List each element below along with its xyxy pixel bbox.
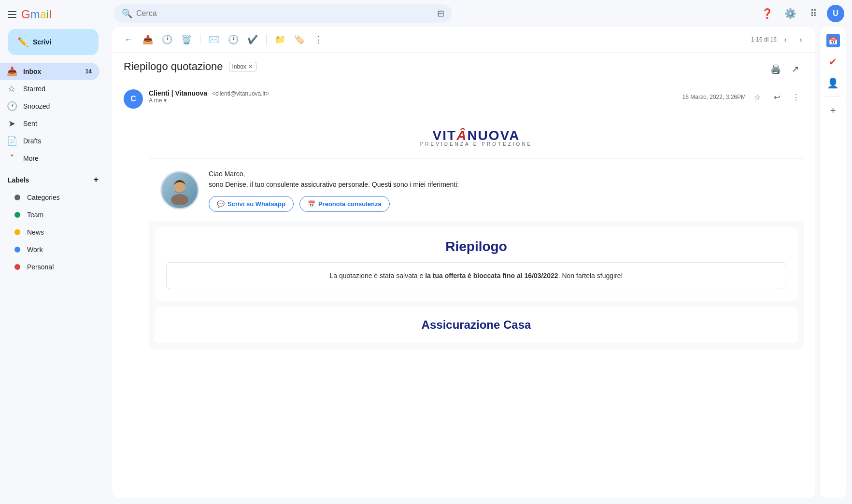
consultant-buttons: 💬 Scrivi su Whatsapp 📅 Preonota consulen… [209, 196, 792, 212]
add-label-icon[interactable]: + [93, 175, 99, 185]
assicurazione-section: Assicurazione Casa [155, 307, 798, 343]
sidebar-item-snoozed[interactable]: 🕐 Snoozed [0, 98, 99, 115]
message-date-area: 16 Marzo, 2022, 3:26PM ☆ ↩ ⋮ [682, 89, 804, 105]
email-header: Riepilogo quotazione Inbox ✕ 🖨️ ↗ [112, 53, 815, 82]
right-panel-people-button[interactable]: 👤 [824, 73, 843, 93]
more-actions-button[interactable]: ⋮ [310, 31, 327, 48]
logo-nuova: NUOVA [467, 128, 520, 143]
consult-label: Preonota consulenza [318, 200, 382, 208]
starred-label: Starred [23, 85, 92, 93]
whatsapp-button[interactable]: 💬 Scrivi su Whatsapp [209, 196, 294, 212]
email-subject: Riepilogo quotazione [124, 60, 223, 73]
delete-button[interactable]: 🗑️ [178, 31, 195, 48]
settings-button[interactable]: ⚙️ [781, 4, 800, 23]
sidebar-item-sent[interactable]: ➤ Sent [0, 115, 99, 132]
sidebar-item-more[interactable]: ˅ More [0, 150, 99, 167]
menu-icon[interactable] [8, 11, 16, 18]
prev-email-button[interactable]: ‹ [779, 33, 792, 46]
email-panel: ← 📥 🕐 🗑️ ✉️ 🕐 ✔️ 📁 🏷️ ⋮ 1-16 di 16 ‹ › [112, 27, 815, 498]
consult-button[interactable]: 📅 Preonota consulenza [299, 196, 390, 212]
inbox-tag: Inbox ✕ [229, 62, 256, 71]
sidebar-label-personal[interactable]: Personal [8, 258, 99, 276]
sidebar-item-drafts[interactable]: 📄 Drafts [0, 132, 99, 150]
label-button[interactable]: 🏷️ [291, 31, 308, 48]
logo-a: Â [456, 128, 467, 143]
news-dot [14, 229, 20, 235]
right-panel: 📅 ✔ 👤 + [819, 27, 846, 498]
consultant-photo [160, 171, 199, 210]
gmail-logo: Gmail [21, 8, 52, 21]
whatsapp-icon: 💬 [217, 200, 225, 208]
email-body-inner: VITÂNUOVA PREVIDENZA E PROTEZIONE [149, 116, 804, 349]
task-button[interactable]: ✔️ [244, 31, 261, 48]
sidebar-label-team[interactable]: Team [8, 206, 99, 224]
toolbar-divider-1 [200, 34, 200, 45]
riepilogo-title: Riepilogo [166, 239, 786, 254]
riepilogo-section: Riepilogo La quotazione è stata salvata … [155, 227, 798, 301]
more-icon: ˅ [7, 153, 16, 164]
topbar: 🔍 ⊟ ❓ ⚙️ ⠿ U [106, 0, 852, 27]
open-in-new-button[interactable]: ↗ [786, 60, 804, 78]
search-bar[interactable]: 🔍 ⊟ [114, 4, 452, 23]
report-button[interactable]: 🕐 [158, 31, 176, 48]
labels-header[interactable]: Labels + [8, 171, 99, 189]
news-label: News [27, 228, 44, 236]
sender-email: <clienti@vitanuova.it> [212, 90, 269, 97]
sidebar-label-work[interactable]: Work [8, 241, 99, 258]
message-sender-row: C Clienti | Vitanuova <clienti@vitanuova… [124, 85, 804, 112]
search-filter-icon[interactable]: ⊟ [437, 8, 444, 19]
sender-name-line: Clienti | Vitanuova <clienti@vitanuova.i… [149, 89, 677, 97]
compose-label: Scrivi [33, 38, 51, 46]
inbox-tag-remove[interactable]: ✕ [248, 63, 253, 70]
next-email-button[interactable]: › [794, 33, 808, 46]
sent-label: Sent [23, 120, 92, 127]
sidebar-item-starred[interactable]: ☆ Starred [0, 80, 99, 98]
reply-button[interactable]: ↩ [769, 89, 784, 105]
message-date: 16 Marzo, 2022, 3:26PM [682, 94, 746, 100]
user-avatar[interactable]: U [827, 5, 844, 22]
consultant-text: Ciao Marco, sono Denise, il tuo consulen… [209, 168, 792, 212]
whatsapp-label: Scrivi su Whatsapp [227, 200, 285, 208]
more-message-button[interactable]: ⋮ [788, 89, 804, 105]
right-panel-calendar-button[interactable]: 📅 [824, 31, 843, 50]
logo-subtitle: PREVIDENZA E PROTEZIONE [160, 141, 792, 147]
compose-pencil-icon: ✏️ [17, 37, 28, 47]
archive-button[interactable]: 📥 [139, 31, 156, 48]
riepilogo-bold: la tua offerta è bloccata fino al 16/03/… [425, 272, 558, 280]
drafts-icon: 📄 [7, 136, 16, 146]
main-content: 🔍 ⊟ ❓ ⚙️ ⠿ U ← 📥 🕐 🗑️ ✉️ 🕐 ✔️ � [106, 0, 852, 504]
sidebar-item-inbox[interactable]: 📥 Inbox 14 [0, 63, 99, 80]
sidebar-label-news[interactable]: News [8, 224, 99, 241]
help-button[interactable]: ❓ [757, 4, 777, 23]
right-panel-add-button[interactable]: + [824, 101, 843, 120]
inbox-tag-label: Inbox [232, 63, 246, 70]
svg-point-2 [175, 182, 185, 191]
calendar-icon: 📅 [826, 34, 840, 47]
email-header-actions: 🖨️ ↗ [767, 60, 804, 78]
back-button[interactable]: ← [120, 31, 137, 48]
inbox-badge: 14 [82, 68, 92, 75]
inbox-icon: 📥 [7, 66, 16, 77]
sidebar-label-categories[interactable]: Categories [8, 189, 99, 206]
right-panel-tasks-button[interactable]: ✔ [824, 52, 843, 71]
compose-button[interactable]: ✏️ Scrivi [8, 29, 99, 55]
sender-name: Clienti | Vitanuova [149, 89, 207, 97]
right-panel-divider [825, 97, 841, 97]
labels-section: Labels + Categories Team News Work Perso… [0, 171, 106, 276]
email-message: C Clienti | Vitanuova <clienti@vitanuova… [112, 82, 815, 498]
expand-recipients-icon[interactable]: ▾ [164, 97, 167, 104]
pagination: 1-16 di 16 ‹ › [751, 33, 808, 46]
search-input[interactable] [136, 9, 433, 18]
star-button[interactable]: ☆ [750, 89, 765, 105]
email-subject-area: Riepilogo quotazione Inbox ✕ [124, 60, 256, 73]
categories-label: Categories [27, 194, 60, 201]
print-button[interactable]: 🖨️ [767, 60, 784, 78]
vitanuova-logo: VITÂNUOVA PREVIDENZA E PROTEZIONE [160, 128, 792, 147]
apps-button[interactable]: ⠿ [804, 4, 823, 23]
move-button[interactable]: 📁 [271, 31, 289, 48]
sender-to[interactable]: A me ▾ [149, 97, 677, 104]
snooze-button[interactable]: 🕐 [225, 31, 242, 48]
labels-title: Labels [8, 176, 29, 184]
intro-text: sono Denise, il tuo consulente assicurat… [209, 179, 792, 190]
mark-unread-button[interactable]: ✉️ [205, 31, 223, 48]
